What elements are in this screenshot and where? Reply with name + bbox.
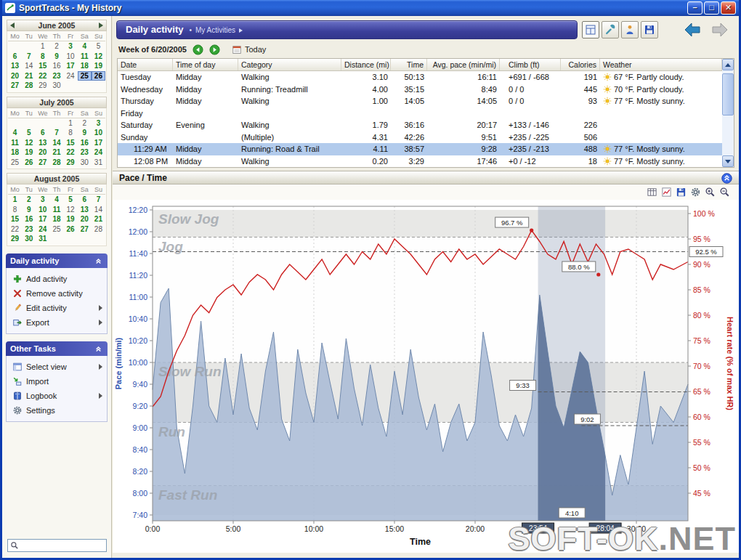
calendar-day[interactable]: 22 <box>64 147 78 158</box>
scroll-up-button[interactable] <box>722 59 734 70</box>
calendar-day[interactable]: 18 <box>49 214 63 224</box>
calendar-day[interactable]: 25 <box>49 224 63 235</box>
calendar-day[interactable]: 4 <box>8 128 22 138</box>
calendar-day[interactable]: 2 <box>22 195 36 205</box>
calendar-day[interactable]: 19 <box>92 61 105 71</box>
calendar-day[interactable]: 6 <box>36 128 49 138</box>
calendar-day[interactable]: 4 <box>49 195 63 205</box>
calendar-day[interactable]: 22 <box>36 71 49 81</box>
calendar-day[interactable]: 18 <box>8 147 22 158</box>
column-header-distance-mi[interactable]: Distance (mi) <box>341 59 391 70</box>
calendar-day[interactable]: 17 <box>92 138 105 148</box>
calendar-day[interactable]: 3 <box>36 195 49 205</box>
calendar-day[interactable]: 24 <box>36 224 49 235</box>
calendar-day[interactable]: 31 <box>36 234 49 244</box>
calendar-day[interactable]: 21 <box>92 214 105 224</box>
column-header-calories[interactable]: Calories <box>561 59 600 70</box>
scrollbar-thumb[interactable] <box>722 73 734 115</box>
calendar-day[interactable]: 10 <box>36 205 49 215</box>
calendar-day[interactable]: 5 <box>22 128 36 138</box>
calendar-day[interactable]: 29 <box>36 81 49 91</box>
calendar-day[interactable]: 17 <box>36 214 49 224</box>
calendar-day[interactable]: 27 <box>78 224 92 235</box>
calendar-day[interactable]: 23 <box>49 71 63 81</box>
gear-icon[interactable] <box>690 187 701 198</box>
calendar-day[interactable]: 2 <box>49 41 63 52</box>
calendar-day[interactable]: 7 <box>49 128 63 138</box>
calendar-day[interactable]: 13 <box>8 61 22 71</box>
calendar-day[interactable]: 1 <box>36 41 49 52</box>
calendar-day[interactable]: 2 <box>78 118 92 129</box>
column-header-time[interactable]: Time <box>391 59 427 70</box>
calendar-day[interactable]: 23 <box>22 224 36 235</box>
calendar-day[interactable]: 18 <box>78 61 92 71</box>
calendar-day[interactable]: 12 <box>22 138 36 148</box>
task-add-activity[interactable]: Add activity <box>8 272 105 286</box>
calendar-day[interactable]: 26 <box>64 224 78 235</box>
panel-header[interactable]: Daily activity <box>6 253 108 268</box>
calendar-day[interactable]: 28 <box>92 224 105 235</box>
calendar-day[interactable]: 12 <box>92 52 105 62</box>
calendar-day[interactable]: 8 <box>8 205 22 215</box>
calendar-day[interactable]: 23 <box>78 147 92 158</box>
calendar-day[interactable]: 11 <box>78 52 92 62</box>
calendar-day[interactable]: 11 <box>49 205 63 215</box>
column-header-climb-ft[interactable]: Climb (ft) <box>500 59 561 70</box>
table-row[interactable]: 12:08 PMMiddayWalking0.203:2917:46+0 / -… <box>118 155 722 168</box>
zoom-out-icon[interactable] <box>719 187 730 198</box>
calendar-day[interactable]: 29 <box>8 234 22 244</box>
calendar-day[interactable]: 3 <box>64 41 78 52</box>
calendar-day[interactable]: 7 <box>92 195 105 205</box>
table-row[interactable]: 11:29 AMMiddayRunning: Road & Trail4.113… <box>118 143 722 155</box>
calendar-day[interactable]: 9 <box>22 205 36 215</box>
breadcrumb[interactable]: • My Activities <box>190 26 243 34</box>
calendar-day[interactable]: 19 <box>22 147 36 158</box>
calendar-day[interactable]: 14 <box>49 138 63 148</box>
calendar-day[interactable]: 13 <box>36 138 49 148</box>
table-row[interactable]: TuesdayMiddayWalking3.1050:1316:11+691 /… <box>118 71 722 84</box>
maximize-button[interactable]: □ <box>704 1 719 15</box>
calendar-day[interactable]: 5 <box>64 195 78 205</box>
calendar-day[interactable]: 30 <box>22 234 36 244</box>
column-header-avg-pace-min-mi[interactable]: Avg. pace (min/mi) <box>427 59 500 70</box>
next-week-button[interactable] <box>209 44 220 55</box>
calendar-day[interactable]: 13 <box>78 205 92 215</box>
table-row[interactable]: SaturdayEveningWalking1.7936:1620:17+133… <box>118 119 722 131</box>
calendar-day[interactable]: 10 <box>64 52 78 62</box>
column-header-date[interactable]: Date <box>118 59 173 70</box>
table-row[interactable]: WednesdayMiddayRunning: Treadmill4.0035:… <box>118 84 722 96</box>
save-button[interactable] <box>641 21 658 38</box>
calendar-day[interactable]: 30 <box>49 81 63 91</box>
calendar-day[interactable]: 14 <box>92 205 105 215</box>
calendar-day[interactable]: 6 <box>8 52 22 62</box>
calendar-day[interactable]: 16 <box>22 214 36 224</box>
calendar-day[interactable]: 24 <box>64 71 78 81</box>
close-button[interactable]: ✕ <box>721 1 736 15</box>
calendar-day[interactable]: 15 <box>36 61 49 71</box>
task-logbook[interactable]: Logbook <box>8 389 105 403</box>
table-scrollbar[interactable] <box>722 59 734 167</box>
task-edit-activity[interactable]: Edit activity <box>8 301 105 315</box>
table-row[interactable]: Friday <box>118 107 722 120</box>
calendar-day[interactable]: 15 <box>8 214 22 224</box>
calendar-day[interactable]: 4 <box>78 41 92 52</box>
calendar-day[interactable]: 9 <box>78 128 92 138</box>
previous-week-button[interactable] <box>193 44 203 55</box>
search-input[interactable] <box>21 541 104 550</box>
calendar-day[interactable]: 15 <box>64 138 78 148</box>
task-import[interactable]: Import <box>8 374 105 389</box>
calendar-day[interactable]: 8 <box>36 52 49 62</box>
calendar-day[interactable]: 22 <box>8 224 22 235</box>
calendar-view-button[interactable] <box>582 21 599 38</box>
calendar-day[interactable]: 7 <box>22 52 36 62</box>
forward-arrow-button[interactable] <box>710 22 730 38</box>
calendar-day[interactable]: 17 <box>64 61 78 71</box>
tools-button[interactable] <box>602 21 619 38</box>
zoom-in-icon[interactable] <box>705 187 716 198</box>
calendar-day[interactable]: 30 <box>78 158 92 168</box>
calendar-day[interactable]: 27 <box>36 158 49 168</box>
calendar-day[interactable]: 27 <box>8 81 22 91</box>
calendar-day[interactable]: 19 <box>64 214 78 224</box>
chart-area[interactable]: Slow JogJogSlow RunRunFast Run12:2012:00… <box>113 200 739 553</box>
task-select-view[interactable]: Select view <box>8 360 105 374</box>
